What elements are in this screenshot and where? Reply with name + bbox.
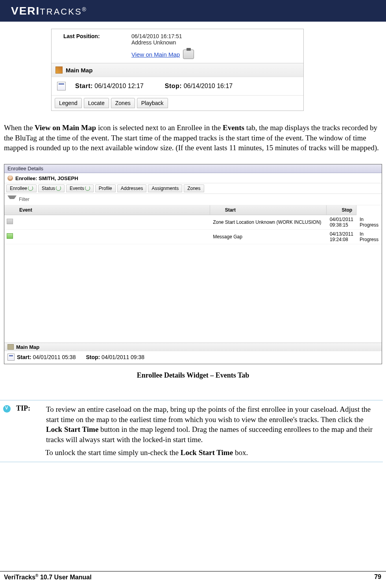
last-position-timestamp: 06/14/2010 16:17:51	[131, 33, 182, 39]
events-table: Event Start Stop Zone Start Location Unk…	[4, 205, 382, 244]
tab-zones2[interactable]: Zones	[184, 184, 204, 192]
tab-assignments[interactable]: Assignments	[148, 184, 182, 192]
time-range-bar-2: Start: 04/01/2011 05:38 Stop: 04/01/2011…	[4, 351, 382, 364]
tab-locate[interactable]: Locate	[84, 98, 109, 108]
table-row[interactable]: Zone Start Location Unknown (WORK INCLUS…	[4, 215, 382, 229]
brand-header: VERITRACKS®	[0, 0, 386, 22]
map-tabs: Legend Locate Zones Playback	[52, 95, 303, 111]
page-footer: VeriTracks® 10.7 User Manual 79	[0, 571, 386, 588]
table-row[interactable]: Message Gap04/13/2011 19:24:08In Progres…	[4, 229, 382, 244]
camera-icon	[183, 50, 194, 59]
tip-icon	[3, 405, 11, 413]
calendar-icon[interactable]	[7, 354, 15, 361]
screenshot-main-map-widget: Last Position: 06/14/2010 16:17:51 Addre…	[51, 29, 304, 111]
cell-event: Zone Start Location Unknown (WORK INCLUS…	[210, 215, 327, 229]
tip-label: TIP:	[16, 404, 41, 413]
tip-block: TIP: To review an entire caseload on the…	[0, 400, 383, 462]
screenshot-enrollee-details: Enrollee Details Enrollee: SMITH, JOSEPH…	[4, 164, 382, 364]
main-map-header-2: Main Map	[4, 343, 382, 351]
col-start[interactable]: Start	[210, 205, 327, 215]
table-blank-area	[4, 244, 382, 343]
tab-zones[interactable]: Zones	[111, 98, 135, 108]
page-number: 79	[374, 573, 381, 581]
calendar-icon[interactable]	[57, 82, 66, 90]
widget-subtitle: Enrollee: SMITH, JOSEPH	[4, 173, 382, 183]
tip-text-2: To unlock the start time simply un-check…	[0, 444, 383, 458]
tab-enrollee[interactable]: Enrollee	[6, 184, 37, 192]
time-range-bar: Start: 06/14/2010 12:17 Stop: 06/14/2010…	[52, 77, 303, 95]
person-icon	[7, 175, 13, 181]
last-position-label: Last Position:	[63, 33, 131, 46]
row-status-icon	[7, 219, 13, 224]
filter-row[interactable]: Filter	[4, 194, 382, 205]
map-icon	[7, 344, 14, 350]
widget-title: Enrollee Details	[4, 164, 382, 173]
footer-title: VeriTracks® 10.7 User Manual	[4, 573, 92, 581]
refresh-icon	[56, 186, 61, 191]
refresh-icon	[85, 186, 90, 191]
cell-start: 04/01/2011 09:38:15	[327, 215, 356, 229]
refresh-icon	[28, 186, 33, 191]
tab-status[interactable]: Status	[38, 184, 65, 192]
cell-event: Message Gap	[210, 229, 327, 244]
tab-profile[interactable]: Profile	[95, 184, 116, 192]
body-paragraph-1: When the View on Main Map icon is select…	[0, 111, 386, 156]
last-position-address: Address Unknown	[131, 39, 182, 46]
col-stop[interactable]: Stop	[327, 205, 356, 215]
detail-tabs: Enrollee Status Events Profile Addresses…	[4, 183, 382, 194]
col-event[interactable]: Event	[4, 205, 210, 215]
main-map-header: Main Map	[52, 63, 303, 77]
tab-legend[interactable]: Legend	[55, 98, 82, 108]
cell-stop: In Progress	[356, 229, 382, 244]
map-icon	[55, 66, 63, 74]
tip-text-1: To review an entire caseload on the map,…	[46, 404, 380, 445]
filter-icon	[7, 195, 17, 203]
tab-events[interactable]: Events	[66, 184, 94, 192]
figure-caption: Enrollee Details Widget – Events Tab	[0, 367, 386, 395]
view-on-main-map-link[interactable]: View on Main Map	[131, 50, 194, 59]
row-status-icon	[7, 233, 13, 239]
tab-playback[interactable]: Playback	[137, 98, 168, 108]
tab-addresses[interactable]: Addresses	[117, 184, 147, 192]
logo: VERITRACKS®	[11, 5, 87, 17]
cell-start: 04/13/2011 19:24:08	[327, 229, 356, 244]
cell-stop: In Progress	[356, 215, 382, 229]
